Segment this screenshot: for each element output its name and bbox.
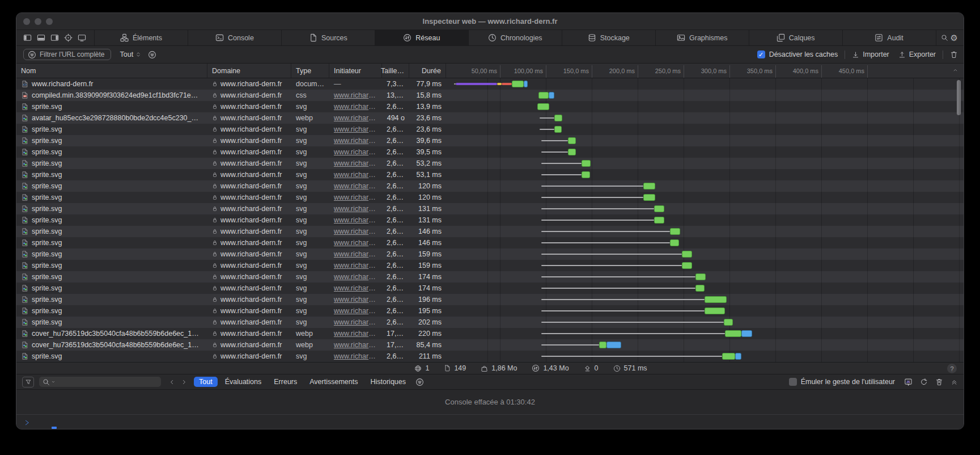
- request-row[interactable]: sprite.svgwww.richard-dern.frsvgwww.rich…: [16, 248, 964, 260]
- initiator-link[interactable]: www.richard-d…: [334, 103, 382, 111]
- request-row[interactable]: sprite.svgwww.richard-dern.frsvgwww.rich…: [16, 158, 964, 169]
- emulate-user-gesture-checkbox[interactable]: [789, 378, 797, 386]
- device-icon[interactable]: [78, 33, 86, 42]
- disable-caches-checkbox[interactable]: ✓: [757, 50, 765, 58]
- waterfall-segment-gray: [541, 208, 654, 209]
- initiator-link[interactable]: www.richard-d…: [334, 114, 382, 122]
- request-row[interactable]: avatar_hu85ecc3e298728880b0bde2dcc4e5c23…: [16, 112, 964, 124]
- request-row[interactable]: sprite.svgwww.richard-dern.frsvgwww.rich…: [16, 271, 964, 283]
- column-header-domain[interactable]: Domaine: [207, 64, 291, 78]
- initiator-link[interactable]: www.richard-d…: [334, 205, 382, 213]
- element-picker-icon[interactable]: [64, 33, 73, 42]
- initiator-link[interactable]: www.richard-d…: [334, 159, 382, 167]
- console-filter-evaluations[interactable]: Évaluations: [220, 377, 267, 387]
- initiator-link[interactable]: www.richard-d…: [334, 171, 382, 179]
- network-options-icon[interactable]: [148, 50, 156, 59]
- request-row[interactable]: sprite.svgwww.richard-dern.frsvgwww.rich…: [16, 305, 964, 317]
- next-result-icon[interactable]: [181, 379, 187, 385]
- request-row[interactable]: sprite.svgwww.richard-dern.frsvgwww.rich…: [16, 192, 964, 203]
- gear-icon[interactable]: ⚙: [951, 33, 958, 43]
- request-row[interactable]: sprite.svgwww.richard-dern.frsvgwww.rich…: [16, 203, 964, 214]
- tab-elements[interactable]: Éléments: [95, 30, 188, 45]
- initiator-link[interactable]: www.richard-d…: [334, 330, 382, 338]
- request-row[interactable]: sprite.svgwww.richard-dern.frsvgwww.rich…: [16, 226, 964, 237]
- column-header-duration[interactable]: Durée: [409, 64, 446, 78]
- request-row[interactable]: sprite.svgwww.richard-dern.frsvgwww.rich…: [16, 169, 964, 180]
- search-icon[interactable]: [941, 34, 948, 41]
- tab-chronologies[interactable]: Chronologies: [469, 30, 562, 45]
- console-search-input[interactable]: [39, 377, 161, 387]
- request-row[interactable]: cover_hu736519dc3b5040cfa48b6b559b6de6ec…: [16, 328, 964, 339]
- initiator-link[interactable]: www.richard-d…: [334, 262, 382, 269]
- initiator-link[interactable]: www.richard-d…: [334, 250, 382, 258]
- request-row[interactable]: sprite.svgwww.richard-dern.frsvgwww.rich…: [16, 260, 964, 271]
- request-row[interactable]: sprite.svgwww.richard-dern.frsvgwww.rich…: [16, 294, 964, 305]
- initiator-link[interactable]: www.richard-d…: [334, 239, 382, 247]
- tab-graphismes[interactable]: Graphismes: [656, 30, 749, 45]
- tab-stockage[interactable]: Stockage: [562, 30, 656, 45]
- waterfall-segment-purple: [456, 83, 497, 85]
- initiator-link[interactable]: www.richard-d…: [334, 228, 382, 235]
- console-filter-erreurs[interactable]: Erreurs: [269, 377, 302, 387]
- console-filter-button[interactable]: [22, 377, 34, 387]
- console-prompt[interactable]: [16, 414, 964, 429]
- request-row[interactable]: sprite.svgwww.richard-dern.frsvgwww.rich…: [16, 317, 964, 328]
- initiator-link[interactable]: www.richard-d…: [334, 193, 382, 201]
- initiator-link[interactable]: www.richard-d…: [334, 91, 382, 99]
- console-filter-avertissements[interactable]: Avertissements: [304, 377, 363, 387]
- request-row[interactable]: www.richard-dern.frwww.richard-dern.frdo…: [16, 78, 964, 90]
- initiator-link[interactable]: www.richard-d…: [334, 125, 382, 133]
- initiator-link[interactable]: www.richard-d…: [334, 137, 382, 145]
- tab-reseau[interactable]: Réseau: [375, 30, 469, 45]
- tab-console[interactable]: Console: [188, 30, 282, 45]
- previous-result-icon[interactable]: [169, 379, 175, 385]
- dock-right-icon[interactable]: [50, 33, 59, 42]
- request-row[interactable]: sprite.svgwww.richard-dern.frsvgwww.rich…: [16, 124, 964, 135]
- initiator-link[interactable]: www.richard-d…: [334, 341, 382, 349]
- initiator-link[interactable]: www.richard-d…: [334, 307, 382, 315]
- initiator-link[interactable]: www.richard-d…: [334, 216, 382, 224]
- dock-bottom-icon[interactable]: [37, 33, 45, 42]
- tab-sources[interactable]: Sources: [282, 30, 375, 45]
- console-evaluate-context-icon[interactable]: JS: [904, 378, 913, 386]
- collapse-timeline-icon[interactable]: [952, 67, 958, 73]
- request-row[interactable]: sprite.svgwww.richard-dern.frsvgwww.rich…: [16, 146, 964, 158]
- clear-console-icon[interactable]: [935, 378, 943, 386]
- request-row[interactable]: sprite.svgwww.richard-dern.frsvgwww.rich…: [16, 214, 964, 226]
- dock-left-icon[interactable]: [23, 33, 32, 42]
- console-filter-tout[interactable]: Tout: [194, 377, 218, 387]
- request-row[interactable]: sprite.svgwww.richard-dern.frsvgwww.rich…: [16, 283, 964, 294]
- resource-type-select[interactable]: Tout: [120, 50, 142, 58]
- initiator-link[interactable]: www.richard-d…: [334, 352, 382, 360]
- initiator-link[interactable]: www.richard-d…: [334, 296, 382, 304]
- column-header-name[interactable]: Nom: [16, 64, 207, 78]
- request-row[interactable]: sprite.svgwww.richard-dern.frsvgwww.rich…: [16, 135, 964, 146]
- tab-audit[interactable]: Audit: [843, 30, 936, 45]
- clear-network-icon[interactable]: [950, 50, 958, 58]
- emulate-user-gesture-control[interactable]: Émuler le geste de l'utilisateur: [789, 378, 895, 386]
- tab-calques[interactable]: Calques: [749, 30, 843, 45]
- initiator-link[interactable]: www.richard-d…: [334, 318, 382, 326]
- help-button[interactable]: ?: [947, 364, 957, 373]
- request-row[interactable]: cover_hu736519dc3b5040cfa48b6b559b6de6ec…: [16, 339, 964, 351]
- column-header-size[interactable]: Taille…: [382, 64, 409, 78]
- request-row[interactable]: sprite.svgwww.richard-dern.frsvgwww.rich…: [16, 351, 964, 362]
- initiator-link[interactable]: www.richard-d…: [334, 148, 382, 156]
- url-filter-input[interactable]: Filtrer l'URL complète: [23, 49, 111, 60]
- reload-icon[interactable]: [920, 378, 928, 386]
- console-options-icon[interactable]: [415, 378, 424, 386]
- disable-caches-control[interactable]: ✓ Désactiver les caches: [757, 50, 838, 58]
- import-button[interactable]: Importer: [852, 50, 889, 58]
- initiator-link[interactable]: www.richard-d…: [334, 284, 382, 292]
- initiator-link[interactable]: www.richard-d…: [334, 273, 382, 281]
- request-row[interactable]: sprite.svgwww.richard-dern.frsvgwww.rich…: [16, 101, 964, 112]
- request-row[interactable]: sprite.svgwww.richard-dern.frsvgwww.rich…: [16, 237, 964, 248]
- column-header-type[interactable]: Type: [291, 64, 329, 78]
- export-button[interactable]: Exporter: [898, 50, 936, 58]
- console-filter-historiques[interactable]: Historiques: [365, 377, 411, 387]
- request-row[interactable]: sprite.svgwww.richard-dern.frsvgwww.rich…: [16, 180, 964, 192]
- request-row[interactable]: compiled.min.38390909f303624ed9e1cf1bd3f…: [16, 90, 964, 101]
- initiator-link[interactable]: www.richard-d…: [334, 182, 382, 190]
- column-header-initiator[interactable]: Initiateur: [329, 64, 382, 78]
- expand-console-icon[interactable]: [951, 378, 958, 386]
